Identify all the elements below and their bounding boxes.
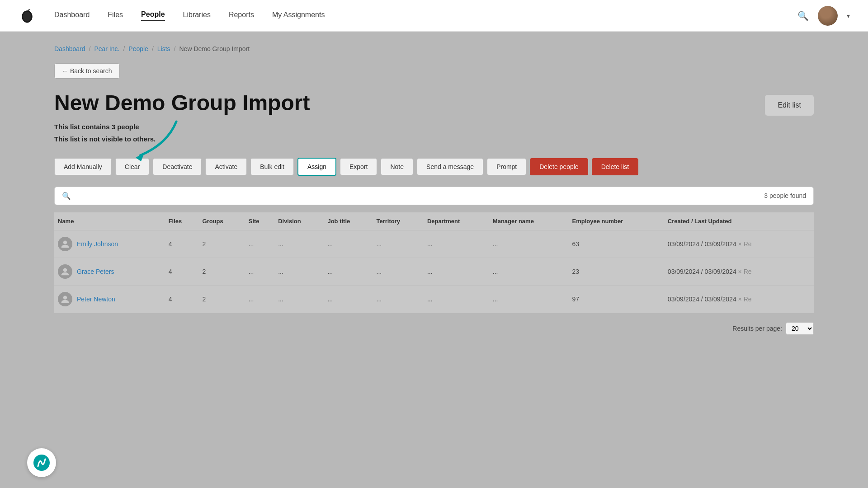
- export-button[interactable]: Export: [340, 158, 377, 175]
- person-manager: ...: [489, 285, 569, 313]
- activate-button[interactable]: Activate: [205, 158, 247, 175]
- page-meta-line2: This list is not visible to others.: [54, 133, 310, 145]
- col-employee-number: Employee number: [569, 212, 664, 230]
- search-icon[interactable]: 🔍: [797, 10, 809, 21]
- page-title: New Demo Group Import: [54, 91, 310, 115]
- person-employee-number: 97: [569, 285, 664, 313]
- nav-files[interactable]: Files: [108, 11, 123, 21]
- col-groups: Groups: [199, 212, 245, 230]
- send-message-button[interactable]: Send a message: [417, 158, 483, 175]
- col-name: Name: [54, 212, 165, 230]
- back-to-search-button[interactable]: ← Back to search: [54, 63, 120, 79]
- person-division: ...: [274, 285, 324, 313]
- assign-button[interactable]: Assign: [297, 158, 336, 176]
- results-per-page-label: Results per page:: [732, 325, 782, 332]
- col-site: Site: [245, 212, 274, 230]
- col-files: Files: [165, 212, 199, 230]
- col-territory: Territory: [373, 212, 424, 230]
- search-results-count: 3 people found: [764, 192, 806, 199]
- breadcrumb: Dashboard / Pear Inc. / People / Lists /…: [54, 45, 814, 52]
- person-employee-number: 23: [569, 258, 664, 285]
- person-avatar: [58, 237, 72, 251]
- breadcrumb-people[interactable]: People: [128, 45, 148, 52]
- table-row: Peter Newton 4 2 ... ... ... ... ... ...…: [54, 285, 814, 313]
- breadcrumb-sep-4: /: [174, 45, 176, 52]
- bulk-edit-button[interactable]: Bulk edit: [250, 158, 294, 175]
- person-avatar: [58, 264, 72, 279]
- person-employee-number: 63: [569, 230, 664, 258]
- person-territory: ...: [373, 285, 424, 313]
- nav-dashboard[interactable]: Dashboard: [54, 11, 90, 21]
- note-button[interactable]: Note: [381, 158, 413, 175]
- breadcrumb-lists[interactable]: Lists: [157, 45, 170, 52]
- person-division: ...: [274, 230, 324, 258]
- nav-links: Dashboard Files People Libraries Reports…: [54, 10, 797, 21]
- person-created: 03/09/2024 / 03/09/2024 × Re: [664, 230, 814, 258]
- navbar-right: 🔍 ▾: [797, 6, 850, 26]
- col-manager: Manager name: [489, 212, 569, 230]
- prompt-button[interactable]: Prompt: [487, 158, 526, 175]
- col-job-title: Job title: [324, 212, 373, 230]
- delete-people-button[interactable]: Delete people: [530, 158, 588, 175]
- person-name-link[interactable]: Peter Newton: [58, 292, 161, 306]
- nav-libraries[interactable]: Libraries: [183, 11, 211, 21]
- main-content: Dashboard / Pear Inc. / People / Lists /…: [0, 32, 868, 488]
- actions-row: Add Manually Clear Deactivate Activate B…: [54, 158, 814, 176]
- person-site: ...: [245, 258, 274, 285]
- person-name-link[interactable]: Grace Peters: [58, 264, 161, 279]
- svg-point-1: [23, 12, 31, 22]
- person-site: ...: [245, 285, 274, 313]
- results-per-page-select[interactable]: 10 20 50 100: [786, 322, 814, 335]
- person-groups: 2: [199, 285, 245, 313]
- add-manually-button[interactable]: Add Manually: [54, 158, 112, 175]
- person-job-title: ...: [324, 230, 373, 258]
- person-manager: ...: [489, 258, 569, 285]
- col-division: Division: [274, 212, 324, 230]
- deactivate-button[interactable]: Deactivate: [153, 158, 202, 175]
- breadcrumb-sep-1: /: [89, 45, 91, 52]
- nav-people[interactable]: People: [141, 10, 165, 21]
- person-groups: 2: [199, 258, 245, 285]
- col-created: Created / Last Updated: [664, 212, 814, 230]
- person-department: ...: [424, 285, 489, 313]
- search-bar: 🔍 3 people found: [54, 187, 814, 205]
- app-logo[interactable]: [18, 7, 36, 25]
- page-meta-line1: This list contains 3 people: [54, 121, 310, 133]
- svg-point-3: [63, 240, 67, 244]
- navbar: Dashboard Files People Libraries Reports…: [0, 0, 868, 32]
- edit-list-button[interactable]: Edit list: [765, 95, 814, 116]
- table-row: Emily Johnson 4 2 ... ... ... ... ... ..…: [54, 230, 814, 258]
- person-job-title: ...: [324, 285, 373, 313]
- delete-list-button[interactable]: Delete list: [592, 158, 638, 175]
- person-avatar: [58, 292, 72, 306]
- table-header-row: Name Files Groups Site Division Job titl…: [54, 212, 814, 230]
- breadcrumb-dashboard[interactable]: Dashboard: [54, 45, 85, 52]
- person-manager: ...: [489, 230, 569, 258]
- person-files: 4: [165, 285, 199, 313]
- search-bar-icon: 🔍: [62, 192, 71, 200]
- person-files: 4: [165, 230, 199, 258]
- person-job-title: ...: [324, 258, 373, 285]
- breadcrumb-sep-2: /: [123, 45, 125, 52]
- svg-point-4: [63, 268, 67, 272]
- search-input[interactable]: [75, 192, 764, 200]
- breadcrumb-pear[interactable]: Pear Inc.: [94, 45, 119, 52]
- breadcrumb-current: New Demo Group Import: [179, 45, 250, 52]
- page-header: New Demo Group Import This list contains…: [54, 91, 814, 145]
- svg-point-5: [63, 296, 67, 299]
- people-table: Name Files Groups Site Division Job titl…: [54, 212, 814, 313]
- page-info: New Demo Group Import This list contains…: [54, 91, 310, 145]
- person-files: 4: [165, 258, 199, 285]
- person-site: ...: [245, 230, 274, 258]
- breadcrumb-sep-3: /: [152, 45, 154, 52]
- clear-button[interactable]: Clear: [115, 158, 149, 175]
- avatar[interactable]: [818, 6, 838, 26]
- nav-my-assignments[interactable]: My Assignments: [272, 11, 325, 21]
- actions-wrapper: Add Manually Clear Deactivate Activate B…: [54, 158, 814, 176]
- user-dropdown-icon[interactable]: ▾: [847, 12, 850, 19]
- col-department: Department: [424, 212, 489, 230]
- bottom-logo-badge[interactable]: [27, 448, 56, 477]
- nav-reports[interactable]: Reports: [229, 11, 254, 21]
- person-groups: 2: [199, 230, 245, 258]
- person-name-link[interactable]: Emily Johnson: [58, 237, 161, 251]
